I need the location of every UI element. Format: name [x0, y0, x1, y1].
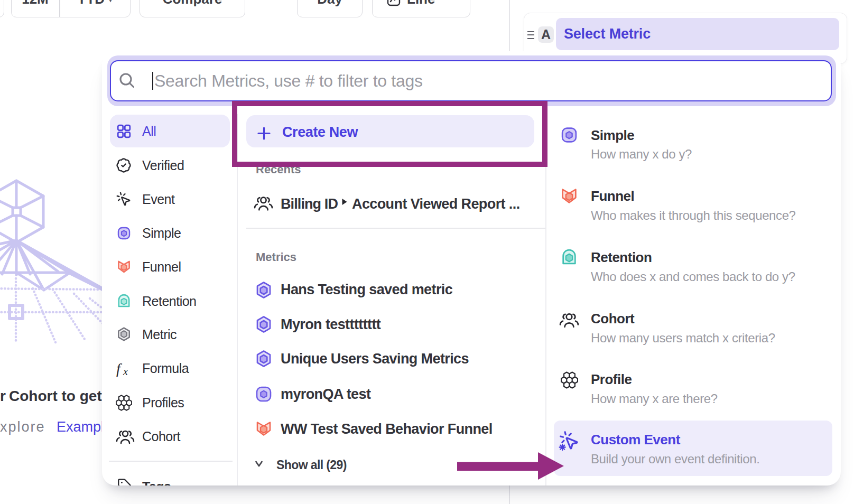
svg-text:f: f: [116, 360, 122, 377]
svg-text:x: x: [123, 366, 128, 377]
